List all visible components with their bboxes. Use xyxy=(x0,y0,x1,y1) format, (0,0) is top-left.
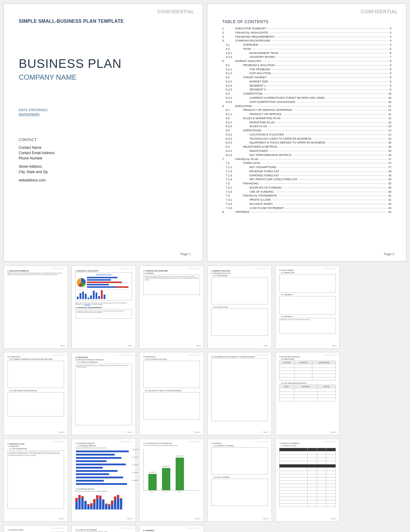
toc-entry: 7.1.1KEY ASSUMPTIONS17 xyxy=(222,165,391,169)
thumbnail-page[interactable]: CONFIDENTIAL6.3 OPERATIONS6.3.1 LOCATION… xyxy=(139,352,204,435)
template-title: SIMPLE SMALL-BUSINESS PLAN TEMPLATE xyxy=(19,19,188,24)
toc-entry: 6.3.3EQUIPMENT & TOOLS NEEDED TO OPERATE… xyxy=(222,140,391,145)
contact-email: Contact Email Address xyxy=(19,150,188,156)
date-prepared-value: 00/00/0000 xyxy=(19,112,188,117)
thumbnail-page[interactable]: CONFIDENTIAL1. EXECUTIVE SUMMARYWrite th… xyxy=(4,266,68,349)
toc-entry: 6.3OPERATIONS14 xyxy=(222,128,391,132)
toc-entry: 6.4.2KEY PERFORMANCE METRICS16 xyxy=(222,153,391,157)
toc-entry: 7.3.1PROFIT & LOSS21 xyxy=(222,198,391,202)
contact-street: Street Address xyxy=(19,164,188,169)
thumbnail-page[interactable]: CONFIDENTIAL6. EXECUTION6.1 PRODUCT OR S… xyxy=(71,352,136,435)
thumbnail-page[interactable]: CONFIDENTIAL5.3 COMPETITION5.3.1 CURRENT… xyxy=(4,352,68,435)
thumbnail-page[interactable]: CONFIDENTIAL7.2 FINANCING7.2.1 SOURCES O… xyxy=(207,439,272,522)
toc-entry: 6.1.1PRODUCT OR SERVICE11 xyxy=(222,112,391,116)
toc-entry: 4.2.2ADVISORY BOARD7 xyxy=(222,55,391,59)
large-pages-row: CONFIDENTIAL SIMPLE SMALL-BUSINESS PLAN … xyxy=(4,4,406,261)
toc-entry: 6.2SALES & MARKETING PLAN12 xyxy=(222,116,391,120)
toc-entry: 7.2.1SOURCES OF FUNDING20 xyxy=(222,186,391,190)
page-number: Page 1 xyxy=(180,252,191,256)
toc-title: TABLE OF CONTENTS xyxy=(222,19,391,24)
thumbnail-grid: CONFIDENTIAL1. EXECUTIVE SUMMARYWrite th… xyxy=(4,266,406,532)
thumbnail-page[interactable]: CONFIDENTIAL5. MARKET ANALYSIS5.1 PROBLE… xyxy=(207,266,272,349)
contact-phone: Phone Number xyxy=(19,156,188,161)
toc-entry: 6.2.2SALES PLAN13 xyxy=(222,124,391,128)
thumbnail-page[interactable]: CONFIDENTIAL7.3.2 BALANCE SHEETBALANCE S… xyxy=(4,525,68,532)
toc-entry: 7.3FINANCIAL STATEMENTS21 xyxy=(222,194,391,198)
toc-entry: 6.1PRODUCT OR SERVICE OFFERINGS11 xyxy=(222,108,391,112)
toc-entry: 5.2.3SEGMENT 29 xyxy=(222,87,391,92)
thumbnail-page[interactable]: CONFIDENTIAL7.1.4 NET PROFIT (OR LOSS) F… xyxy=(139,439,204,522)
toc-entry: 5.3.1CURRENT ALTERNATIVES TARGET BUYERS … xyxy=(222,96,391,100)
date-prepared-label: DATE PREPARED xyxy=(19,108,188,112)
toc-entry: 5.1PROBLEM & SOLUTION8 xyxy=(222,63,391,67)
page-number: Page 2 xyxy=(384,252,394,256)
toc-entry: 5.3COMPETITION10 xyxy=(222,92,391,96)
toc-entry: 5.2TARGET MARKET9 xyxy=(222,75,391,79)
thumbnail-page[interactable]: CONFIDENTIAL7.3 FINANCIAL STATEMENTS7.3.… xyxy=(275,439,340,522)
plan-title: BUSINESS PLAN xyxy=(19,57,188,71)
toc-entry: 4.2.1MANAGEMENT TEAM6 xyxy=(222,51,391,55)
thumbnail-page[interactable]: CONFIDENTIAL8. APPENDIXProvide supportin… xyxy=(139,525,204,532)
toc-entry: 7.3.2BALANCE SHEET22 xyxy=(222,202,391,206)
toc-entry: 7.1.4NET PROFIT (OR LOSS) FORECAST19 xyxy=(222,177,391,181)
contact-name: Contact Name xyxy=(19,145,188,150)
toc-entry: 7.3.3CASH FLOW STATEMENT23 xyxy=(222,206,391,210)
toc-entry: 5.2.2SEGMENT 19 xyxy=(222,84,391,88)
toc-entry: 5.1.1THE PROBLEM8 xyxy=(222,67,391,71)
toc-entry: 6.EXECUTION11 xyxy=(222,104,391,108)
toc-entry: 5.2.1MARKET SIZE9 xyxy=(222,79,391,84)
thumbnail-page[interactable]: CONFIDENTIAL6.3.3 EQUIPMENT & TOOLS NEED… xyxy=(207,352,272,435)
toc-entry: 6.4.1MILESTONES16 xyxy=(222,149,391,153)
toc-list: 1.EXECUTIVE SUMMARY32.FINANCIAL HIGHLIGH… xyxy=(222,26,391,214)
toc-entry: 6.2.1MARKETING PLAN12 xyxy=(222,120,391,124)
toc-entry: 5.3.2OUR COMPETITIVE ADVANTAGES10 xyxy=(222,100,391,104)
page-1-cover: CONFIDENTIAL SIMPLE SMALL-BUSINESS PLAN … xyxy=(4,4,203,261)
toc-entry: 3.FINANCING REQUIREMENTS4 xyxy=(222,35,391,39)
toc-entry: 7.1FORECASTS17 xyxy=(222,161,391,165)
toc-entry: 6.4MILESTONES & METRICS16 xyxy=(222,145,391,149)
toc-entry: 4.1OVERVIEW5 xyxy=(222,43,391,47)
contact-label: CONTACT xyxy=(19,138,188,142)
toc-entry: 2.FINANCIAL HIGHLIGHTS4 xyxy=(222,31,391,35)
toc-entry: 7.1.2REVENUE FORECAST18 xyxy=(222,169,391,173)
thumbnail-page[interactable]: CONFIDENTIAL7. FINANCIAL PLAN7.1 FORECAS… xyxy=(4,439,68,522)
toc-entry: 8.APPENDIX24 xyxy=(222,210,391,214)
thumbnail-page[interactable]: CONFIDENTIAL2. FINANCIAL HIGHLIGHTSFinan… xyxy=(71,266,136,349)
company-name: COMPANY NAME xyxy=(19,73,188,82)
confidential-stamp: CONFIDENTIAL xyxy=(361,9,398,15)
toc-entry: 6.3.1LOCATIONS & FACILITIES14 xyxy=(222,132,391,137)
toc-entry: 4.2TEAM6 xyxy=(222,47,391,51)
toc-entry: 5.1.2OUR SOLUTION8 xyxy=(222,71,391,75)
toc-entry: 4.COMPANY BACKGROUND5 xyxy=(222,39,391,43)
contact-city: City, State and Zip xyxy=(19,169,188,175)
toc-entry: 7.2FINANCING20 xyxy=(222,181,391,186)
thumbnail-page[interactable]: CONFIDENTIAL7.1.2 REVENUE FORECAST7.1.3 … xyxy=(71,439,136,522)
toc-entry: 1.EXECUTIVE SUMMARY3 xyxy=(222,26,391,31)
thumbnail-page[interactable]: CONFIDENTIAL7.3.3 CASH FLOW STATEMENTCAS… xyxy=(71,525,136,532)
contact-web: webaddress.com xyxy=(19,178,188,183)
thumbnail-page[interactable]: CONFIDENTIAL4. COMPANY BACKGROUND4.1 OVE… xyxy=(139,266,204,349)
confidential-stamp: CONFIDENTIAL xyxy=(157,9,194,15)
thumbnail-page[interactable]: CONFIDENTIAL5.2 TARGET MARKET5.2.1 MARKE… xyxy=(275,266,340,349)
toc-entry: 7.FINANCIAL PLAN17 xyxy=(222,157,391,161)
toc-entry: 5.MARKET ANALYSIS8 xyxy=(222,59,391,63)
toc-entry: 6.3.2TECHNOLOGY USED TO OPERATE BUSINESS… xyxy=(222,137,391,141)
page-2-toc: CONFIDENTIAL TABLE OF CONTENTS 1.EXECUTI… xyxy=(207,4,406,261)
toc-entry: 7.2.2USE OF FUNDING20 xyxy=(222,190,391,194)
toc-entry: 7.1.3EXPENSE FORECAST18 xyxy=(222,173,391,178)
thumbnail-page[interactable]: CONFIDENTIAL6.4 MILESTONES & METRICS6.4.… xyxy=(275,352,340,435)
